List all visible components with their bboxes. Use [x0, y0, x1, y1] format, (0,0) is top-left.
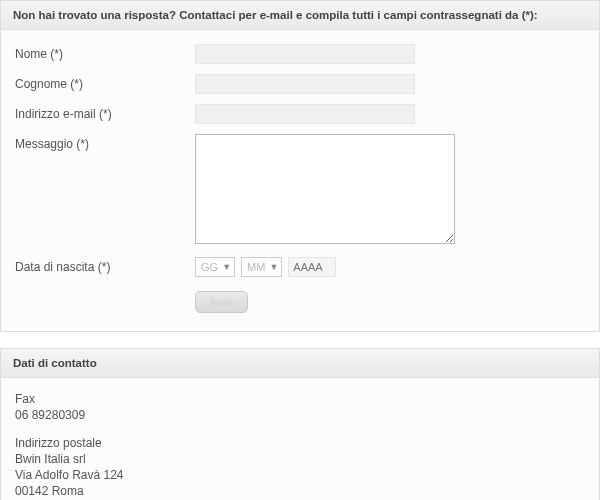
contact-details-section: Dati di contatto Fax 06 89280309 Indiriz…: [0, 348, 600, 500]
input-cognome[interactable]: [195, 74, 415, 94]
postal-street: Via Adolfo Ravà 124: [15, 468, 585, 482]
label-nome: Nome (*): [15, 44, 195, 61]
label-dob: Data di nascita (*): [15, 257, 195, 274]
contact-form-section: Non hai trovato una risposta? Contattaci…: [0, 0, 600, 332]
select-dob-day-placeholder: GG: [201, 261, 218, 273]
input-email[interactable]: [195, 104, 415, 124]
submit-row: Invia: [195, 291, 585, 313]
row-messaggio: Messaggio (*): [15, 134, 585, 247]
input-nome[interactable]: [195, 44, 415, 64]
chevron-down-icon: ▼: [222, 262, 231, 272]
submit-button[interactable]: Invia: [195, 291, 248, 313]
row-dob: Data di nascita (*) GG ▼ MM ▼: [15, 257, 585, 277]
select-dob-month-placeholder: MM: [247, 261, 265, 273]
row-nome: Nome (*): [15, 44, 585, 64]
select-dob-month[interactable]: MM ▼: [241, 257, 282, 277]
select-dob-day[interactable]: GG ▼: [195, 257, 235, 277]
contact-body: Fax 06 89280309 Indirizzo postale Bwin I…: [1, 378, 599, 500]
row-cognome: Cognome (*): [15, 74, 585, 94]
postal-company: Bwin Italia srl: [15, 452, 585, 466]
chevron-down-icon: ▼: [269, 262, 278, 272]
form-body: Nome (*) Cognome (*) Indirizzo e-mail (*…: [1, 30, 599, 331]
postal-city: 00142 Roma: [15, 484, 585, 498]
label-cognome: Cognome (*): [15, 74, 195, 91]
textarea-messaggio[interactable]: [195, 134, 455, 244]
fax-label: Fax: [15, 392, 585, 406]
row-email: Indirizzo e-mail (*): [15, 104, 585, 124]
fax-number: 06 89280309: [15, 408, 585, 422]
label-email: Indirizzo e-mail (*): [15, 104, 195, 121]
label-messaggio: Messaggio (*): [15, 134, 195, 151]
form-header: Non hai trovato una risposta? Contattaci…: [1, 1, 599, 30]
postal-label: Indirizzo postale: [15, 436, 585, 450]
contact-header: Dati di contatto: [1, 349, 599, 378]
input-dob-year[interactable]: [288, 257, 336, 277]
